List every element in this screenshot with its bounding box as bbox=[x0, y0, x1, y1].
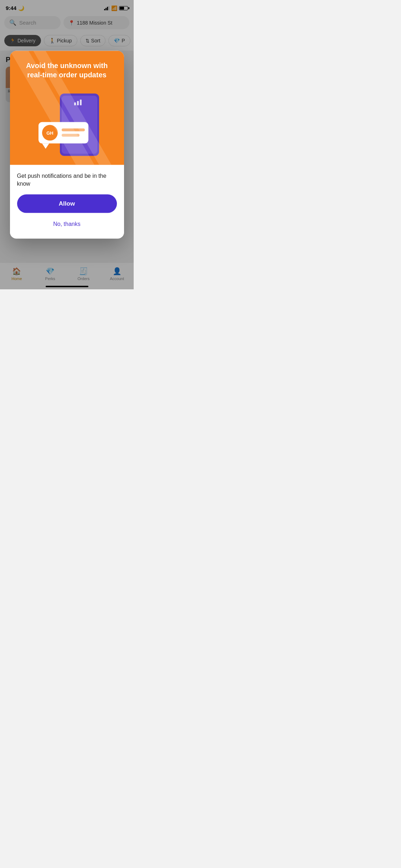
modal-subtitle: Get push notifications and be in the kno… bbox=[17, 172, 117, 188]
notification-modal: Avoid the unknown with real-time order u… bbox=[10, 51, 124, 239]
modal-bottom-section: Get push notifications and be in the kno… bbox=[10, 165, 124, 239]
allow-button[interactable]: Allow bbox=[17, 194, 117, 213]
modal-top-section: Avoid the unknown with real-time order u… bbox=[10, 51, 124, 165]
modal-title: Avoid the unknown with real-time order u… bbox=[19, 61, 115, 79]
no-thanks-button[interactable]: No, thanks bbox=[17, 218, 117, 230]
home-indicator bbox=[46, 286, 88, 287]
